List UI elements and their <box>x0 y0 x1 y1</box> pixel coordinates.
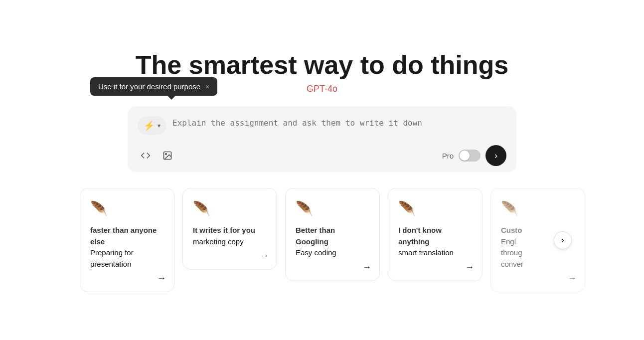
page-title: The smartest way to do things <box>136 50 508 80</box>
code-icon[interactable] <box>138 148 154 164</box>
submit-button[interactable]: › <box>485 145 506 166</box>
cards-wrapper: 🪶 faster than anyone else Preparing for … <box>0 188 644 292</box>
page-subtitle: GPT-4o <box>307 84 337 94</box>
pro-toggle[interactable] <box>459 150 481 162</box>
image-icon[interactable] <box>160 148 175 164</box>
search-bottom: Pro › <box>138 145 506 166</box>
card-1-arrow: → <box>157 273 166 284</box>
card-5-line2: Englthrougconver <box>501 237 523 268</box>
card-4[interactable]: 🪶 I don't know anything smart translatio… <box>388 188 483 281</box>
card-2-arrow: → <box>260 251 269 261</box>
card-1-line2: Preparing for presentation <box>90 248 134 268</box>
pro-label: Pro <box>442 152 454 160</box>
search-box: ⚡ ▾ <box>128 106 516 172</box>
tooltip-text: Use it for your desired purpose <box>98 82 200 91</box>
card-2-line1: It writes it for you <box>193 226 255 234</box>
card-3-arrow: → <box>362 262 371 273</box>
svg-point-1 <box>165 154 167 155</box>
card-1[interactable]: 🪶 faster than anyone else Preparing for … <box>80 188 174 292</box>
tooltip-close-button[interactable]: × <box>205 83 209 91</box>
card-3-icon: 🪶 <box>296 200 369 217</box>
cards-container: 🪶 faster than anyone else Preparing for … <box>0 188 644 292</box>
card-2-line2: marketing copy <box>193 237 244 246</box>
card-2-text: It writes it for you marketing copy <box>193 225 267 247</box>
search-top: ⚡ ▾ <box>138 116 506 137</box>
chevron-right-icon: › <box>561 236 564 245</box>
lightning-icon: ⚡ <box>144 120 155 131</box>
card-2[interactable]: 🪶 It writes it for you marketing copy → <box>182 188 277 270</box>
tooltip: Use it for your desired purpose × <box>90 77 217 96</box>
card-4-icon: 🪶 <box>398 200 472 217</box>
card-1-icon: 🪶 <box>90 200 164 217</box>
page-container: The smartest way to do things GPT-4o Use… <box>0 0 644 292</box>
next-button[interactable]: › <box>554 231 572 249</box>
search-actions-left <box>138 148 175 164</box>
card-3[interactable]: 🪶 Better than Googling Easy coding → <box>285 188 380 281</box>
search-actions-right: Pro › <box>442 145 506 166</box>
search-input[interactable] <box>172 116 506 137</box>
card-3-line2: Easy coding <box>296 248 336 257</box>
toggle-knob <box>460 151 470 161</box>
card-1-line1: faster than anyone else <box>90 226 157 246</box>
card-3-line1: Better than Googling <box>296 226 335 246</box>
card-4-text: I don't know anything smart translation <box>398 225 472 259</box>
model-selector[interactable]: ⚡ ▾ <box>138 116 166 135</box>
card-5-arrow: → <box>568 273 577 284</box>
card-4-line1: I don't know anything <box>398 226 442 246</box>
card-2-icon: 🪶 <box>193 200 267 217</box>
card-4-line2: smart translation <box>398 248 454 257</box>
card-1-text: faster than anyone else Preparing for pr… <box>90 225 164 270</box>
card-5-line1: Custo <box>501 226 522 234</box>
chevron-down-icon: ▾ <box>158 122 161 129</box>
search-container: Use it for your desired purpose × ⚡ ▾ <box>128 106 516 172</box>
card-4-arrow: → <box>465 262 474 273</box>
card-5-icon: 🪶 <box>501 200 575 217</box>
card-3-text: Better than Googling Easy coding <box>296 225 369 259</box>
